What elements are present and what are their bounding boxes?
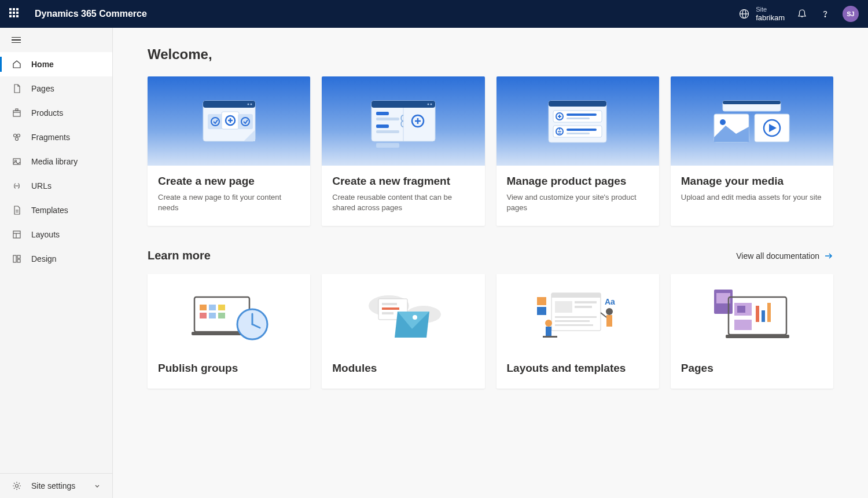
sidebar-item-templates[interactable]: Templates: [0, 198, 112, 222]
svg-point-24: [250, 104, 252, 105]
learn-card-publish-groups[interactable]: Publish groups: [148, 274, 310, 389]
view-all-documentation-link[interactable]: View all documentation: [736, 251, 833, 261]
svg-rect-108: [734, 320, 752, 330]
card-illustration: [322, 76, 484, 166]
svg-rect-86: [551, 293, 601, 298]
site-selector[interactable]: Site fabrikam: [738, 6, 785, 23]
card-manage-media[interactable]: Manage your media Upload and edit media …: [671, 76, 833, 226]
card-manage-products[interactable]: Manage product pages View and customize …: [496, 76, 659, 226]
sidebar: Home Pages Products Fragments Media libr…: [0, 28, 113, 498]
svg-rect-34: [372, 101, 435, 108]
svg-point-20: [16, 485, 19, 488]
svg-rect-4: [13, 111, 20, 116]
card-desc: View and customize your site's product p…: [507, 192, 649, 213]
svg-rect-14: [13, 231, 20, 238]
sidebar-item-media-library[interactable]: Media library: [0, 149, 112, 174]
link-icon: [12, 181, 22, 191]
sidebar-item-label: Layouts: [31, 230, 60, 239]
sidebar-item-design[interactable]: Design: [0, 247, 112, 271]
svg-rect-92: [555, 324, 593, 326]
svg-rect-102: [726, 335, 789, 338]
svg-point-6: [14, 134, 17, 137]
learn-title: Layouts and templates: [507, 362, 649, 375]
svg-rect-80: [382, 307, 399, 310]
learn-card-modules[interactable]: Modules: [322, 274, 484, 389]
learn-title: Pages: [681, 362, 823, 375]
svg-rect-45: [376, 143, 399, 148]
svg-rect-87: [555, 301, 572, 313]
svg-rect-72: [218, 313, 225, 318]
svg-rect-107: [767, 303, 771, 322]
learn-illustration: Aa: [496, 274, 659, 355]
sidebar-item-label: Design: [31, 254, 57, 263]
learn-card-layouts-templates[interactable]: Aa Layouts and templates: [496, 274, 659, 389]
svg-rect-79: [382, 303, 397, 305]
svg-rect-98: [606, 315, 612, 327]
svg-rect-95: [546, 327, 551, 337]
layout-icon: [12, 229, 22, 240]
sidebar-item-pages[interactable]: Pages: [0, 76, 112, 101]
svg-point-7: [17, 134, 20, 137]
svg-rect-89: [575, 306, 592, 308]
sidebar-item-label: Fragments: [31, 133, 70, 142]
sidebar-item-layouts[interactable]: Layouts: [0, 222, 112, 247]
hamburger-toggle[interactable]: [0, 28, 112, 52]
svg-rect-57: [567, 133, 590, 134]
svg-point-94: [545, 320, 552, 327]
user-avatar[interactable]: SJ: [843, 6, 859, 22]
svg-point-35: [427, 104, 429, 105]
learn-illustration: [671, 274, 833, 355]
learn-illustration: [322, 274, 484, 355]
app-launcher-icon[interactable]: [9, 8, 21, 20]
site-name: fabrikam: [756, 13, 785, 23]
sidebar-item-home[interactable]: Home: [0, 52, 112, 76]
svg-rect-59: [723, 101, 781, 104]
svg-rect-18: [17, 255, 20, 258]
svg-rect-71: [209, 313, 216, 318]
card-illustration: [496, 76, 659, 166]
fragments-icon: [12, 132, 22, 142]
sidebar-item-label: Home: [31, 60, 54, 69]
sidebar-item-urls[interactable]: URLs: [0, 174, 112, 198]
sidebar-item-fragments[interactable]: Fragments: [0, 125, 112, 149]
svg-rect-19: [17, 259, 20, 262]
svg-point-23: [247, 104, 249, 105]
svg-text:Aa: Aa: [605, 297, 615, 306]
svg-rect-56: [567, 129, 597, 131]
sidebar-item-label: Media library: [31, 157, 78, 166]
svg-rect-88: [575, 301, 597, 303]
svg-rect-70: [200, 313, 207, 318]
svg-rect-39: [376, 118, 399, 120]
svg-rect-68: [209, 305, 216, 310]
main-content: Welcome,: [113, 28, 868, 498]
sidebar-item-products[interactable]: Products: [0, 101, 112, 125]
action-cards-row: Create a new page Create a new page to f…: [148, 76, 833, 226]
sidebar-item-label: Products: [31, 108, 63, 118]
card-create-fragment[interactable]: Create a new fragment Create reusable co…: [322, 76, 484, 226]
sidebar-item-label: URLs: [31, 181, 52, 191]
gear-icon: [12, 481, 22, 491]
card-create-page[interactable]: Create a new page Create a new page to f…: [148, 76, 310, 226]
svg-rect-53: [567, 118, 590, 119]
learn-more-heading: Learn more: [148, 249, 211, 262]
svg-rect-105: [756, 306, 759, 322]
card-title: Manage product pages: [507, 175, 649, 188]
svg-rect-25: [208, 114, 223, 129]
hamburger-icon: [12, 37, 21, 43]
template-icon: [12, 205, 22, 215]
svg-point-3: [825, 16, 825, 17]
svg-rect-40: [376, 124, 389, 128]
media-icon: [12, 156, 22, 167]
card-title: Manage your media: [681, 175, 823, 188]
help-icon[interactable]: [819, 8, 831, 20]
svg-rect-67: [200, 305, 207, 310]
arrow-right-icon: [824, 251, 833, 261]
sidebar-item-label: Templates: [31, 206, 68, 215]
page-icon: [12, 83, 22, 94]
svg-rect-31: [238, 114, 253, 129]
learn-card-pages[interactable]: Pages: [671, 274, 833, 389]
site-label: Site: [756, 6, 785, 13]
site-settings[interactable]: Site settings: [0, 474, 112, 498]
notification-icon[interactable]: [796, 8, 808, 20]
svg-rect-9: [13, 159, 20, 164]
